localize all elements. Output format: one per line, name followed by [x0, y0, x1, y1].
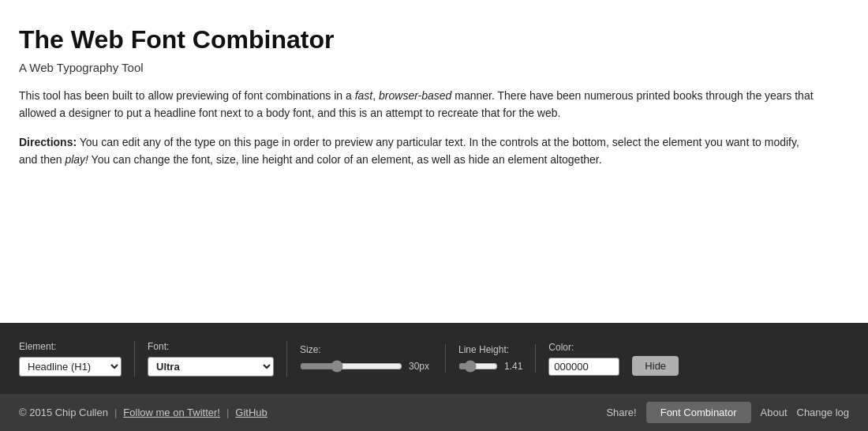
size-slider[interactable]: [300, 360, 402, 373]
size-group: Size: 30px: [300, 344, 446, 373]
github-link[interactable]: GitHub: [235, 407, 267, 418]
element-group: Element: Headline (H1) Subheadline (H2) …: [19, 341, 135, 377]
copyright-text: © 2015 Chip Cullen: [19, 407, 108, 418]
footer-sep-1: |: [114, 407, 117, 418]
desc-text-1: This tool has been built to allow previe…: [19, 89, 355, 102]
line-height-slider[interactable]: [458, 360, 498, 373]
color-input[interactable]: 000000: [548, 358, 619, 376]
change-log-link[interactable]: Change log: [797, 407, 850, 418]
font-select[interactable]: Ultra Georgia Arial Times New Roman: [148, 357, 274, 377]
page-title: The Web Font Combinator: [19, 25, 817, 54]
element-label: Element:: [19, 341, 122, 352]
controls-row: Element: Headline (H1) Subheadline (H2) …: [19, 341, 849, 377]
footer-right: Share! Font Combinator About Change log: [606, 402, 849, 423]
desc-italic-2: browser-based: [379, 89, 451, 102]
color-group: Color: 000000: [548, 342, 619, 376]
directions-bold: Directions:: [19, 136, 77, 148]
line-height-label: Line Height:: [458, 344, 522, 355]
font-label: Font:: [148, 341, 274, 352]
directions-italic: play!: [65, 153, 88, 166]
subtitle: A Web Typography Tool: [19, 61, 817, 74]
directions-text-2: You can change the font, size, line heig…: [88, 153, 602, 166]
hide-button[interactable]: Hide: [632, 356, 679, 376]
size-row: 30px: [300, 360, 432, 373]
desc-italic-1: fast: [355, 89, 373, 102]
font-group: Font: Ultra Georgia Arial Times New Roma…: [148, 341, 287, 377]
footer-sep-2: |: [226, 407, 229, 418]
line-height-value: 1.41: [504, 361, 522, 372]
line-height-group: Line Height: 1.41: [458, 344, 536, 373]
desc-text-2: ,: [372, 89, 379, 102]
color-label: Color:: [548, 342, 619, 353]
footer-left: © 2015 Chip Cullen | Follow me on Twitte…: [19, 407, 268, 418]
size-value: 30px: [409, 361, 432, 372]
size-label: Size:: [300, 344, 432, 355]
lh-row: 1.41: [458, 360, 522, 373]
share-text: Share!: [606, 407, 636, 418]
main-content: The Web Font Combinator A Web Typography…: [0, 0, 836, 323]
font-combinator-button[interactable]: Font Combinator: [646, 402, 751, 423]
control-bar: Element: Headline (H1) Subheadline (H2) …: [0, 323, 868, 394]
element-select[interactable]: Headline (H1) Subheadline (H2) Body Text…: [19, 357, 122, 377]
description-paragraph1: This tool has been built to allow previe…: [19, 87, 817, 122]
about-link[interactable]: About: [761, 407, 788, 418]
twitter-link[interactable]: Follow me on Twitter!: [123, 407, 220, 418]
footer-bar: © 2015 Chip Cullen | Follow me on Twitte…: [0, 394, 868, 431]
directions-paragraph: Directions: You can edit any of the type…: [19, 133, 817, 169]
